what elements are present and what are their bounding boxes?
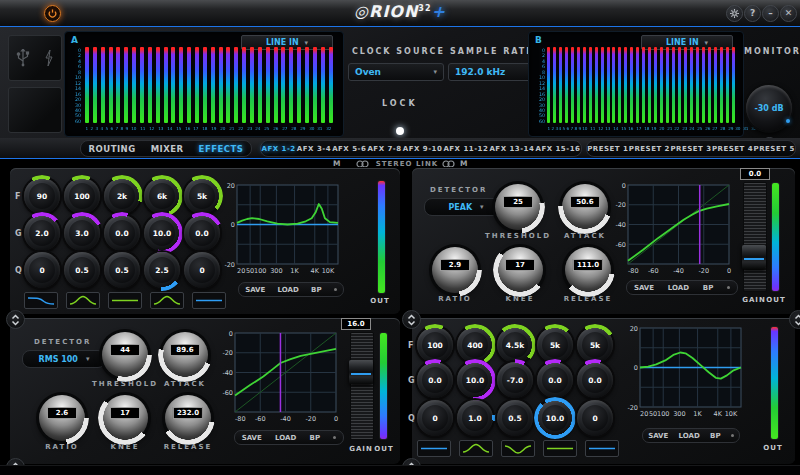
eq-knob[interactable]: 1.0 — [457, 400, 493, 436]
eq-knob[interactable]: 3.0 — [64, 215, 100, 251]
filter-shape-button-notch[interactable] — [501, 440, 535, 457]
mute-channel-a-button[interactable]: M — [333, 159, 340, 168]
load-button[interactable]: LOAD — [275, 434, 296, 442]
tab-afx-9-10[interactable]: AFX 9-10 — [403, 145, 443, 153]
close-button[interactable]: ✕ — [780, 5, 797, 22]
eq-knob[interactable]: 0.5 — [64, 252, 100, 288]
save-button[interactable]: SAVE — [634, 284, 654, 292]
filter-shape-button-flat[interactable] — [585, 440, 619, 457]
gain-fader[interactable] — [350, 332, 374, 440]
filter-shape-button-flat[interactable] — [543, 440, 577, 457]
eq-knob[interactable]: 5k — [184, 178, 220, 214]
eq-knob[interactable]: 100 — [64, 178, 100, 214]
load-button[interactable]: LOAD — [679, 432, 700, 440]
eq-knob[interactable]: 10.0 — [144, 215, 180, 251]
eq-knob[interactable]: -7.0 — [497, 362, 533, 398]
ratio-knob[interactable]: 2.6 — [39, 395, 85, 441]
save-button[interactable]: SAVE — [245, 286, 265, 294]
svg-text:0: 0 — [229, 330, 233, 338]
attack-knob[interactable]: 50.6 — [562, 184, 608, 230]
help-button[interactable]: ? — [744, 5, 761, 22]
eq-knob[interactable]: 0.5 — [104, 252, 140, 288]
eq-knob[interactable]: 2k — [104, 178, 140, 214]
eq-knob[interactable]: 100 — [417, 327, 453, 363]
eq-knob[interactable]: 5k — [537, 327, 573, 363]
threshold-knob[interactable]: 25 — [495, 184, 541, 230]
tab-routing[interactable]: ROUTING — [88, 144, 135, 154]
filter-shape-button-flat[interactable] — [417, 440, 451, 457]
filter-shape-button-bell[interactable] — [459, 440, 493, 457]
filter-shape-button-lp[interactable] — [24, 292, 58, 309]
eq-knob[interactable]: 4.5k — [497, 327, 533, 363]
bypass-button[interactable]: BP — [710, 432, 720, 440]
tab-afx-5-6[interactable]: AFX 5-6 — [332, 145, 366, 153]
knee-knob[interactable]: 17 — [497, 247, 543, 293]
tab-preset-2[interactable]: PRESET 2 — [629, 145, 670, 153]
tab-afx-1-2[interactable]: AFX 1-2 — [262, 145, 296, 153]
eq-knob[interactable]: 0 — [184, 252, 220, 288]
eq-knob[interactable]: 400 — [457, 327, 493, 363]
load-button[interactable]: LOAD — [278, 286, 299, 294]
ratio-knob[interactable]: 2.9 — [432, 247, 478, 293]
afx-tabs: AFX 1-2AFX 3-4AFX 5-6AFX 7-8AFX 9-10AFX … — [260, 140, 582, 157]
minimize-button[interactable]: – — [762, 5, 779, 22]
link-icon[interactable] — [356, 160, 369, 168]
eq-knob[interactable]: 6k — [144, 178, 180, 214]
attack-knob[interactable]: 89.6 — [162, 332, 208, 378]
tab-preset-1[interactable]: PRESET 1 — [587, 145, 628, 153]
tab-afx-13-14[interactable]: AFX 13-14 — [489, 145, 534, 153]
filter-shape-button-bell[interactable] — [150, 292, 184, 309]
connection-status-cell — [8, 35, 62, 81]
eq-knob[interactable]: 0 — [24, 252, 60, 288]
eq-knob[interactable]: 5k — [577, 327, 613, 363]
tab-afx-3-4[interactable]: AFX 3-4 — [297, 145, 331, 153]
release-knob[interactable]: 111.0 — [565, 247, 611, 293]
tab-mixer[interactable]: MIXER — [151, 144, 184, 154]
eq-knob[interactable]: 0.0 — [184, 215, 220, 251]
eq-knob[interactable]: 10.0 — [457, 362, 493, 398]
fader-handle[interactable] — [349, 360, 373, 384]
tab-preset-4[interactable]: PRESET 4 — [712, 145, 753, 153]
gain-fader[interactable] — [743, 182, 767, 292]
bypass-button[interactable]: BP — [310, 434, 320, 442]
eq-knob[interactable]: 0.5 — [497, 400, 533, 436]
eq-knob[interactable]: 0.0 — [577, 362, 613, 398]
load-button[interactable]: LOAD — [668, 284, 689, 292]
tab-effects[interactable]: EFFECTS — [199, 144, 244, 154]
tab-preset-3[interactable]: PRESET 3 — [670, 145, 711, 153]
knee-knob[interactable]: 17 — [102, 395, 148, 441]
filter-shape-button-bell[interactable] — [66, 292, 100, 309]
tab-afx-7-8[interactable]: AFX 7-8 — [367, 145, 401, 153]
filter-shape-button-flat[interactable] — [192, 292, 226, 309]
channel-number: 14 — [167, 126, 172, 131]
eq-knob[interactable]: 0.0 — [104, 215, 140, 251]
mute-channel-b-button[interactable]: M — [460, 159, 467, 168]
eq-knob[interactable]: 90 — [24, 178, 60, 214]
bypass-button[interactable]: BP — [311, 286, 321, 294]
fader-handle[interactable] — [742, 245, 766, 269]
eq-knob[interactable]: 0 — [417, 400, 453, 436]
tab-afx-11-12[interactable]: AFX 11-12 — [443, 145, 488, 153]
panel-scroll-button[interactable] — [6, 310, 25, 329]
panel-scroll-button[interactable] — [402, 310, 421, 329]
filter-shape-button-flat[interactable] — [108, 292, 142, 309]
settings-button[interactable] — [726, 5, 743, 22]
tab-afx-15-16[interactable]: AFX 15-16 — [535, 145, 580, 153]
detector-select[interactable]: RMS 100 ▾ — [22, 350, 106, 368]
eq-knob[interactable]: 0 — [577, 400, 613, 436]
tab-preset-5[interactable]: PRESET 5 — [754, 145, 795, 153]
eq-knob[interactable]: 0.0 — [417, 362, 453, 398]
meter-bar — [203, 47, 207, 123]
eq-knob[interactable]: 2.5 — [144, 252, 180, 288]
link-icon[interactable] — [442, 160, 455, 168]
eq-knob[interactable]: 2.0 — [24, 215, 60, 251]
save-button[interactable]: SAVE — [242, 434, 262, 442]
threshold-knob[interactable]: 44 — [102, 332, 148, 378]
release-knob[interactable]: 232.0 — [165, 395, 211, 441]
save-button[interactable]: SAVE — [648, 432, 668, 440]
eq-knob[interactable]: 0.0 — [537, 362, 573, 398]
eq-knob[interactable]: 10.0 — [537, 400, 573, 436]
bypass-button[interactable]: BP — [703, 284, 713, 292]
clock-source-select[interactable]: Oven ▾ — [348, 63, 444, 81]
monitor-volume-knob[interactable]: -30 dB — [746, 85, 792, 131]
